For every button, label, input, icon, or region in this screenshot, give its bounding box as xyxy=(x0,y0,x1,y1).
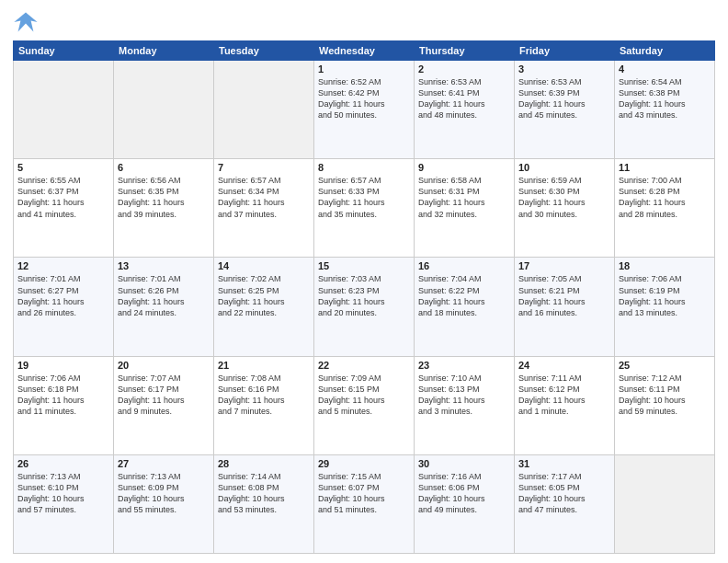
day-info: Sunrise: 6:53 AM Sunset: 6:41 PM Dayligh… xyxy=(418,76,510,121)
day-number: 14 xyxy=(218,260,310,271)
calendar-cell: 6Sunrise: 6:56 AM Sunset: 6:35 PM Daylig… xyxy=(114,159,214,258)
day-info: Sunrise: 7:06 AM Sunset: 6:18 PM Dayligh… xyxy=(17,373,109,418)
day-number: 12 xyxy=(17,260,109,271)
calendar-cell: 23Sunrise: 7:10 AM Sunset: 6:13 PM Dayli… xyxy=(415,356,515,454)
day-number: 11 xyxy=(619,162,711,173)
weekday-header-sunday: Sunday xyxy=(14,41,114,61)
weekday-header-row: SundayMondayTuesdayWednesdayThursdayFrid… xyxy=(14,41,715,61)
day-number: 10 xyxy=(518,162,610,173)
day-number: 16 xyxy=(418,260,510,271)
weekday-header-tuesday: Tuesday xyxy=(214,41,314,61)
day-info: Sunrise: 6:58 AM Sunset: 6:31 PM Dayligh… xyxy=(418,175,510,220)
calendar-cell: 13Sunrise: 7:01 AM Sunset: 6:26 PM Dayli… xyxy=(114,258,214,356)
day-number: 22 xyxy=(318,360,410,371)
calendar-cell: 11Sunrise: 7:00 AM Sunset: 6:28 PM Dayli… xyxy=(615,159,715,258)
day-number: 17 xyxy=(518,260,610,271)
calendar-cell: 27Sunrise: 7:13 AM Sunset: 6:09 PM Dayli… xyxy=(114,454,214,553)
calendar-cell: 28Sunrise: 7:14 AM Sunset: 6:08 PM Dayli… xyxy=(214,454,314,553)
calendar-cell xyxy=(114,61,214,159)
day-number: 18 xyxy=(619,260,711,271)
day-info: Sunrise: 7:15 AM Sunset: 6:07 PM Dayligh… xyxy=(318,471,410,516)
logo xyxy=(13,9,42,35)
day-number: 3 xyxy=(518,63,610,75)
weekday-header-monday: Monday xyxy=(114,41,214,61)
calendar-cell: 7Sunrise: 6:57 AM Sunset: 6:34 PM Daylig… xyxy=(214,159,314,258)
calendar-cell: 5Sunrise: 6:55 AM Sunset: 6:37 PM Daylig… xyxy=(14,159,114,258)
weekday-header-thursday: Thursday xyxy=(415,41,515,61)
day-info: Sunrise: 7:01 AM Sunset: 6:27 PM Dayligh… xyxy=(17,273,109,318)
day-info: Sunrise: 6:55 AM Sunset: 6:37 PM Dayligh… xyxy=(17,175,109,220)
day-number: 5 xyxy=(17,162,109,173)
day-info: Sunrise: 7:09 AM Sunset: 6:15 PM Dayligh… xyxy=(318,373,410,418)
day-number: 6 xyxy=(118,162,210,173)
day-info: Sunrise: 7:05 AM Sunset: 6:21 PM Dayligh… xyxy=(518,273,610,318)
day-info: Sunrise: 7:10 AM Sunset: 6:13 PM Dayligh… xyxy=(418,373,510,418)
day-number: 15 xyxy=(318,260,410,271)
calendar-cell: 9Sunrise: 6:58 AM Sunset: 6:31 PM Daylig… xyxy=(415,159,515,258)
calendar-cell: 29Sunrise: 7:15 AM Sunset: 6:07 PM Dayli… xyxy=(314,454,415,553)
calendar-cell: 19Sunrise: 7:06 AM Sunset: 6:18 PM Dayli… xyxy=(14,356,114,454)
calendar-week-row: 19Sunrise: 7:06 AM Sunset: 6:18 PM Dayli… xyxy=(14,356,715,454)
day-info: Sunrise: 6:59 AM Sunset: 6:30 PM Dayligh… xyxy=(518,175,610,220)
weekday-header-saturday: Saturday xyxy=(615,41,715,61)
weekday-header-friday: Friday xyxy=(515,41,615,61)
day-info: Sunrise: 6:52 AM Sunset: 6:42 PM Dayligh… xyxy=(318,76,410,121)
day-number: 19 xyxy=(17,360,109,371)
calendar-cell: 1Sunrise: 6:52 AM Sunset: 6:42 PM Daylig… xyxy=(314,61,415,159)
day-info: Sunrise: 7:02 AM Sunset: 6:25 PM Dayligh… xyxy=(218,273,310,318)
day-number: 25 xyxy=(619,360,711,371)
calendar-cell: 25Sunrise: 7:12 AM Sunset: 6:11 PM Dayli… xyxy=(615,356,715,454)
calendar-cell: 22Sunrise: 7:09 AM Sunset: 6:15 PM Dayli… xyxy=(314,356,415,454)
svg-marker-0 xyxy=(14,13,37,32)
day-info: Sunrise: 7:00 AM Sunset: 6:28 PM Dayligh… xyxy=(619,175,711,220)
day-number: 26 xyxy=(17,458,109,469)
calendar-cell: 14Sunrise: 7:02 AM Sunset: 6:25 PM Dayli… xyxy=(214,258,314,356)
page: SundayMondayTuesdayWednesdayThursdayFrid… xyxy=(0,0,728,563)
day-info: Sunrise: 6:54 AM Sunset: 6:38 PM Dayligh… xyxy=(619,76,711,121)
day-number: 7 xyxy=(218,162,310,173)
day-info: Sunrise: 7:17 AM Sunset: 6:05 PM Dayligh… xyxy=(518,471,610,516)
day-number: 21 xyxy=(218,360,310,371)
day-info: Sunrise: 7:08 AM Sunset: 6:16 PM Dayligh… xyxy=(218,373,310,418)
calendar-cell: 10Sunrise: 6:59 AM Sunset: 6:30 PM Dayli… xyxy=(515,159,615,258)
weekday-header-wednesday: Wednesday xyxy=(314,41,415,61)
calendar-cell: 31Sunrise: 7:17 AM Sunset: 6:05 PM Dayli… xyxy=(515,454,615,553)
calendar-cell: 3Sunrise: 6:53 AM Sunset: 6:39 PM Daylig… xyxy=(515,61,615,159)
calendar-week-row: 5Sunrise: 6:55 AM Sunset: 6:37 PM Daylig… xyxy=(14,159,715,258)
day-info: Sunrise: 7:11 AM Sunset: 6:12 PM Dayligh… xyxy=(518,373,610,418)
day-info: Sunrise: 7:16 AM Sunset: 6:06 PM Dayligh… xyxy=(418,471,510,516)
calendar-week-row: 12Sunrise: 7:01 AM Sunset: 6:27 PM Dayli… xyxy=(14,258,715,356)
day-number: 1 xyxy=(318,63,410,75)
calendar-cell: 24Sunrise: 7:11 AM Sunset: 6:12 PM Dayli… xyxy=(515,356,615,454)
day-number: 8 xyxy=(318,162,410,173)
calendar-cell: 4Sunrise: 6:54 AM Sunset: 6:38 PM Daylig… xyxy=(615,61,715,159)
day-info: Sunrise: 6:56 AM Sunset: 6:35 PM Dayligh… xyxy=(118,175,210,220)
calendar-table: SundayMondayTuesdayWednesdayThursdayFrid… xyxy=(13,40,715,554)
day-number: 20 xyxy=(118,360,210,371)
day-info: Sunrise: 7:06 AM Sunset: 6:19 PM Dayligh… xyxy=(619,273,711,318)
calendar-cell: 17Sunrise: 7:05 AM Sunset: 6:21 PM Dayli… xyxy=(515,258,615,356)
calendar-cell: 30Sunrise: 7:16 AM Sunset: 6:06 PM Dayli… xyxy=(415,454,515,553)
day-info: Sunrise: 7:07 AM Sunset: 6:17 PM Dayligh… xyxy=(118,373,210,418)
day-number: 28 xyxy=(218,458,310,469)
day-info: Sunrise: 6:53 AM Sunset: 6:39 PM Dayligh… xyxy=(518,76,610,121)
calendar-cell xyxy=(214,61,314,159)
day-info: Sunrise: 7:03 AM Sunset: 6:23 PM Dayligh… xyxy=(318,273,410,318)
day-number: 9 xyxy=(418,162,510,173)
calendar-cell: 8Sunrise: 6:57 AM Sunset: 6:33 PM Daylig… xyxy=(314,159,415,258)
calendar-cell: 21Sunrise: 7:08 AM Sunset: 6:16 PM Dayli… xyxy=(214,356,314,454)
calendar-cell: 20Sunrise: 7:07 AM Sunset: 6:17 PM Dayli… xyxy=(114,356,214,454)
day-number: 23 xyxy=(418,360,510,371)
day-info: Sunrise: 6:57 AM Sunset: 6:33 PM Dayligh… xyxy=(318,175,410,220)
calendar-cell: 15Sunrise: 7:03 AM Sunset: 6:23 PM Dayli… xyxy=(314,258,415,356)
logo-bird-icon xyxy=(13,9,39,35)
calendar-cell: 18Sunrise: 7:06 AM Sunset: 6:19 PM Dayli… xyxy=(615,258,715,356)
day-number: 31 xyxy=(518,458,610,469)
day-info: Sunrise: 6:57 AM Sunset: 6:34 PM Dayligh… xyxy=(218,175,310,220)
header xyxy=(13,9,715,35)
day-number: 29 xyxy=(318,458,410,469)
calendar-cell: 26Sunrise: 7:13 AM Sunset: 6:10 PM Dayli… xyxy=(14,454,114,553)
day-info: Sunrise: 7:14 AM Sunset: 6:08 PM Dayligh… xyxy=(218,471,310,516)
day-info: Sunrise: 7:13 AM Sunset: 6:10 PM Dayligh… xyxy=(17,471,109,516)
day-number: 27 xyxy=(118,458,210,469)
